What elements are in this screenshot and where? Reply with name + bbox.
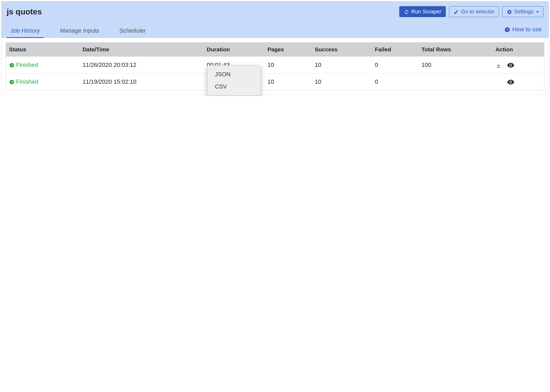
content: Status Date/Time Duration Pages Success … (1, 38, 549, 95)
how-to-use-link[interactable]: ? How to use (504, 26, 543, 37)
col-total-rows: Total Rows (418, 43, 492, 57)
svg-text:?: ? (506, 28, 508, 32)
col-duration: Duration (204, 43, 264, 57)
table-row: Finished 11/26/2020 20:03:12 00:01:43 10… (6, 57, 544, 74)
settings-label: Settings (514, 9, 533, 15)
go-to-selector-label: Go to selector (461, 9, 494, 15)
view-button[interactable] (507, 62, 514, 68)
cell-success: 10 (312, 57, 372, 74)
tab-job-history[interactable]: Job History (7, 25, 44, 38)
action-cell (495, 78, 514, 85)
cell-datetime: 11/19/2020 15:02:10 (79, 74, 204, 90)
app-frame: js quotes Run Scraper Go to selector (1, 1, 549, 95)
svg-point-3 (10, 80, 14, 84)
run-scraper-button[interactable]: Run Scraper (399, 6, 446, 17)
dropdown-item-json[interactable]: JSON (207, 68, 260, 80)
run-scraper-label: Run Scraper (411, 9, 441, 15)
table-header-row: Status Date/Time Duration Pages Success … (6, 43, 544, 57)
tabs-left: Job History Manage Inputs Scheduler (7, 25, 150, 38)
go-to-selector-button[interactable]: Go to selector (449, 6, 499, 17)
col-datetime: Date/Time (79, 43, 204, 57)
how-to-use-label: How to use (512, 26, 542, 33)
action-cell (495, 62, 514, 68)
cell-datetime: 11/26/2020 20:03:12 (79, 57, 204, 74)
settings-button[interactable]: Settings (502, 6, 543, 17)
col-pages: Pages (264, 43, 312, 57)
header-tabs: Job History Manage Inputs Scheduler ? Ho… (7, 25, 543, 38)
view-button[interactable] (507, 78, 514, 85)
status-text: Finished (16, 78, 38, 85)
check-circle-icon (9, 62, 14, 68)
page-title: js quotes (7, 7, 42, 16)
cell-total-rows: 100 (418, 57, 492, 74)
refresh-icon (404, 9, 409, 15)
dropdown-item-csv[interactable]: CSV (207, 80, 260, 93)
check-circle-icon (9, 78, 14, 85)
cell-pages: 10 (264, 74, 312, 90)
cell-failed: 0 (372, 74, 418, 90)
header: js quotes Run Scraper Go to selector (1, 1, 549, 38)
download-button[interactable] (495, 62, 501, 68)
gears-icon (507, 9, 512, 15)
header-top: js quotes Run Scraper Go to selector (7, 6, 543, 25)
col-action: Action (492, 43, 544, 57)
col-status: Status (6, 43, 79, 57)
status-badge: Finished (9, 78, 38, 85)
download-format-dropdown: JSON CSV (207, 65, 261, 96)
table-row: Finished 11/19/2020 15:02:10 00:01:08 10… (6, 74, 544, 90)
header-buttons: Run Scraper Go to selector Settings (399, 6, 543, 17)
cell-success: 10 (312, 74, 372, 90)
cell-failed: 0 (372, 57, 418, 74)
chevron-down-icon (536, 9, 539, 15)
col-success: Success (312, 43, 372, 57)
status-text: Finished (16, 62, 38, 68)
job-history-table: Status Date/Time Duration Pages Success … (6, 42, 544, 90)
tab-scheduler[interactable]: Scheduler (116, 25, 150, 38)
col-failed: Failed (372, 43, 418, 57)
edit-icon (454, 9, 459, 15)
svg-point-2 (10, 63, 14, 68)
help-icon: ? (504, 26, 510, 33)
tab-manage-inputs[interactable]: Manage Inputs (56, 25, 103, 38)
status-badge: Finished (9, 62, 38, 68)
cell-pages: 10 (264, 57, 312, 74)
cell-total-rows (418, 74, 492, 90)
